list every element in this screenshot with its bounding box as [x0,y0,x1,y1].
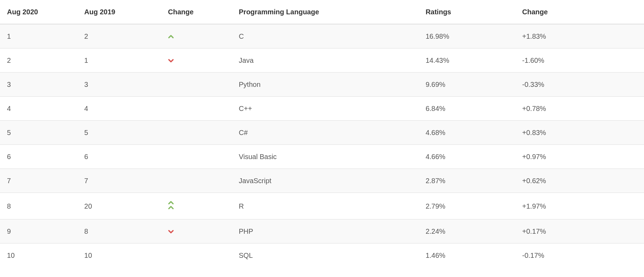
cell-rank-previous: 5 [77,121,161,145]
cell-rank-current: 10 [0,244,77,268]
cell-change-icon [161,97,232,121]
cell-rank-current: 1 [0,24,77,48]
header-ratings: Ratings [419,0,515,24]
table-row: 77JavaScript2.87%+0.62% [0,169,644,193]
table-row: 820R2.79%+1.97% [0,193,644,219]
cell-rank-current: 7 [0,169,77,193]
cell-rank-previous: 2 [77,24,161,48]
header-change: Change [161,0,232,24]
cell-ratings: 9.69% [419,73,515,97]
cell-delta: +0.17% [515,219,644,244]
cell-ratings: 2.79% [419,193,515,219]
table-row: 33Python9.69%-0.33% [0,73,644,97]
cell-change-icon [161,244,232,268]
cell-ratings: 1.46% [419,244,515,268]
cell-language: JavaScript [232,169,419,193]
cell-rank-current: 9 [0,219,77,244]
cell-rank-current: 6 [0,145,77,169]
cell-ratings: 4.66% [419,145,515,169]
cell-rank-previous: 6 [77,145,161,169]
cell-ratings: 14.43% [419,48,515,73]
table-row: 12C16.98%+1.83% [0,24,644,48]
cell-change-icon [161,24,232,48]
table-row: 98PHP2.24%+0.17% [0,219,644,244]
cell-language: Python [232,73,419,97]
table-row: 21Java14.43%-1.60% [0,48,644,73]
cell-language: Visual Basic [232,145,419,169]
cell-change-icon [161,48,232,73]
cell-change-icon [161,193,232,219]
cell-rank-previous: 8 [77,219,161,244]
cell-change-icon [161,145,232,169]
cell-delta: -0.17% [515,244,644,268]
chevron-down-icon [168,58,174,63]
chevron-up-icon [168,34,174,39]
cell-rank-previous: 10 [77,244,161,268]
cell-language: C# [232,121,419,145]
cell-rank-previous: 3 [77,73,161,97]
table-row: 55C#4.68%+0.83% [0,121,644,145]
cell-change-icon [161,169,232,193]
cell-language: R [232,193,419,219]
cell-delta: +0.62% [515,169,644,193]
cell-delta: -0.33% [515,73,644,97]
cell-change-icon [161,121,232,145]
cell-rank-current: 4 [0,97,77,121]
cell-delta: +1.97% [515,193,644,219]
cell-rank-previous: 1 [77,48,161,73]
header-language: Programming Language [232,0,419,24]
cell-delta: +0.97% [515,145,644,169]
cell-rank-current: 2 [0,48,77,73]
cell-ratings: 2.24% [419,219,515,244]
cell-rank-previous: 7 [77,169,161,193]
cell-ratings: 2.87% [419,169,515,193]
cell-ratings: 16.98% [419,24,515,48]
cell-rank-previous: 4 [77,97,161,121]
ranking-table: Aug 2020 Aug 2019 Change Programming Lan… [0,0,644,267]
table-row: 66Visual Basic4.66%+0.97% [0,145,644,169]
cell-change-icon [161,73,232,97]
cell-change-icon [161,219,232,244]
cell-delta: -1.60% [515,48,644,73]
header-rank-previous: Aug 2019 [77,0,161,24]
cell-rank-current: 3 [0,73,77,97]
cell-delta: +0.78% [515,97,644,121]
table-row: 1010SQL1.46%-0.17% [0,244,644,268]
header-rank-current: Aug 2020 [0,0,77,24]
cell-rank-current: 5 [0,121,77,145]
cell-language: Java [232,48,419,73]
header-delta: Change [515,0,644,24]
cell-rank-current: 8 [0,193,77,219]
cell-rank-previous: 20 [77,193,161,219]
cell-language: SQL [232,244,419,268]
double-chevron-up-icon [168,200,174,210]
cell-language: C [232,24,419,48]
cell-language: PHP [232,219,419,244]
cell-delta: +0.83% [515,121,644,145]
cell-language: C++ [232,97,419,121]
cell-ratings: 4.68% [419,121,515,145]
cell-delta: +1.83% [515,24,644,48]
cell-ratings: 6.84% [419,97,515,121]
chevron-down-icon [168,229,174,234]
table-header-row: Aug 2020 Aug 2019 Change Programming Lan… [0,0,644,24]
table-row: 44C++6.84%+0.78% [0,97,644,121]
